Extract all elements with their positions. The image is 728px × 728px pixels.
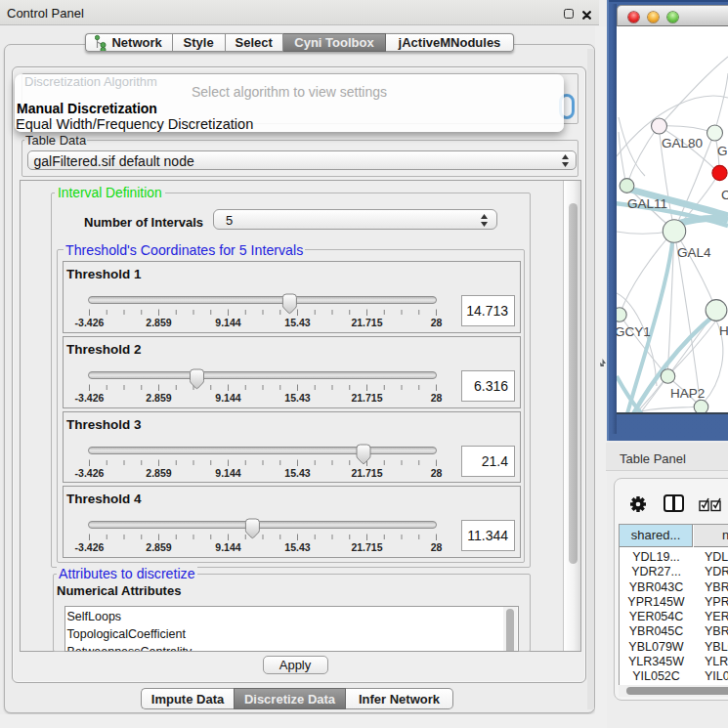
svg-text:21.715: 21.715: [351, 317, 382, 328]
svg-text:-3.426: -3.426: [74, 392, 104, 404]
svg-text:2.859: 2.859: [146, 392, 171, 404]
svg-text:-3.426: -3.426: [74, 317, 104, 328]
svg-text:GCY1: GCY1: [617, 324, 651, 339]
svg-text:15.43: 15.43: [284, 541, 310, 553]
svg-text:28: 28: [430, 317, 442, 328]
svg-text:-3.426: -3.426: [74, 541, 104, 553]
svg-text:15.43: 15.43: [284, 466, 310, 478]
svg-text:28: 28: [430, 392, 442, 404]
svg-text:21.715: 21.715: [351, 392, 382, 404]
svg-text:H: H: [719, 323, 728, 338]
svg-text:9.144: 9.144: [215, 541, 240, 553]
svg-text:GAL80: GAL80: [662, 136, 703, 150]
svg-text:2.859: 2.859: [146, 541, 171, 553]
svg-text:C: C: [721, 188, 728, 202]
svg-text:GAL4: GAL4: [677, 245, 711, 260]
svg-text:2.859: 2.859: [146, 466, 171, 478]
svg-text:28: 28: [430, 541, 442, 553]
svg-text:9.144: 9.144: [215, 466, 240, 478]
svg-text:28: 28: [430, 466, 442, 478]
svg-text:15.43: 15.43: [284, 392, 310, 404]
svg-text:9.144: 9.144: [215, 392, 240, 404]
svg-text:2.859: 2.859: [146, 317, 171, 328]
svg-text:21.715: 21.715: [351, 541, 382, 553]
svg-text:HAP2: HAP2: [670, 386, 705, 401]
svg-text:GAL11: GAL11: [627, 196, 667, 211]
svg-text:-3.426: -3.426: [74, 466, 104, 478]
svg-text:15.43: 15.43: [284, 317, 310, 328]
svg-text:G.: G.: [717, 144, 728, 158]
svg-text:21.715: 21.715: [351, 466, 382, 478]
svg-text:9.144: 9.144: [215, 317, 240, 328]
